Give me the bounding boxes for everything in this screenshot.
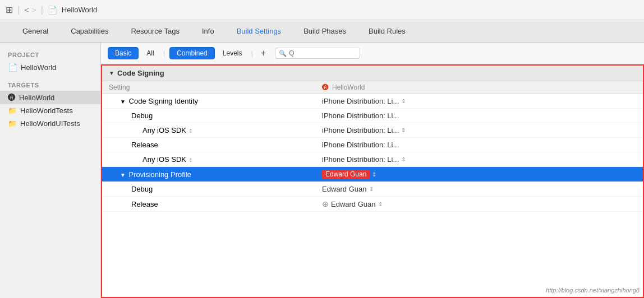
sidebar-item-project[interactable]: 📄 HelloWorld — [0, 60, 100, 74]
row-value: ⊕ Edward Guan ⇕ — [322, 199, 636, 208]
sidebar-item-helloworlduitests[interactable]: 📁 HelloWorldUITests — [0, 117, 100, 130]
section-triangle-icon: ▼ — [109, 70, 114, 76]
search-input[interactable] — [289, 49, 356, 57]
row-value: iPhone Distribution: Li... ⇕ — [322, 155, 636, 164]
row-value: Edward Guan ⇕ — [322, 170, 636, 179]
tab-build-rules[interactable]: Build Rules — [357, 20, 417, 43]
row-triangle-icon: ▼ — [120, 99, 126, 105]
sidebar-item-helloworldtests[interactable]: 📁 HelloWorldTests — [0, 104, 100, 117]
row-name: Debug — [109, 111, 322, 120]
basic-button[interactable]: Basic — [108, 47, 139, 59]
table-row[interactable]: Release iPhone Distribution: Li... — [102, 138, 643, 152]
table-row[interactable]: Any iOS SDK ⇕ iPhone Distribution: Li...… — [102, 123, 643, 138]
stepper-icon[interactable]: ⇕ — [401, 127, 406, 133]
tab-build-phases[interactable]: Build Phases — [292, 20, 357, 43]
stepper-icon[interactable]: ⇕ — [401, 98, 406, 104]
settings-toolbar: Basic All | Combined Levels | + 🔍 — [101, 43, 644, 64]
table-row[interactable]: Any iOS SDK ⇕ iPhone Distribution: Li...… — [102, 152, 643, 167]
stepper-icon[interactable]: ⇕ — [369, 186, 374, 192]
add-setting-button[interactable]: + — [257, 48, 269, 58]
tab-build-settings[interactable]: Build Settings — [226, 20, 293, 43]
section-header-code-signing[interactable]: ▼ Code Signing — [102, 66, 643, 81]
table-row[interactable]: Debug Edward Guan ⇕ — [102, 182, 643, 197]
column-headers: Setting 🅐 HelloWorld — [102, 81, 643, 94]
stepper-icon[interactable]: ⇕ — [372, 171, 376, 178]
row-name: ▼ Code Signing Identity — [109, 97, 322, 105]
target-col-icon: 🅐 — [322, 83, 329, 91]
target-helloworld-label: HelloWorld — [19, 94, 54, 102]
circle-add-icon[interactable]: ⊕ — [322, 199, 329, 208]
row-value: iPhone Distribution: Li... ⇕ — [322, 126, 636, 134]
content-area: Basic All | Combined Levels | + 🔍 ▼ Code… — [101, 43, 644, 298]
col-header-value: 🅐 HelloWorld — [322, 83, 636, 91]
grid-icon: ⊞ — [6, 4, 13, 15]
row-value: iPhone Distribution: Li... — [322, 141, 636, 149]
stepper-icon[interactable]: ⇕ — [401, 156, 406, 162]
col-header-setting: Setting — [109, 83, 322, 91]
table-row[interactable]: ▼ Provisioning Profile Edward Guan ⇕ — [102, 167, 643, 182]
table-row[interactable]: Debug iPhone Distribution: Li... — [102, 109, 643, 123]
title-bar-title: HelloWorld — [62, 6, 97, 14]
target-app-icon: 🅐 — [8, 93, 16, 102]
tab-capabilities[interactable]: Capabilities — [59, 20, 119, 43]
title-bar: ⊞ | < > | 📄 HelloWorld — [0, 0, 644, 20]
row-value: iPhone Distribution: Li... — [322, 111, 636, 120]
settings-table: ▼ Code Signing Setting 🅐 HelloWorld ▼ Co… — [101, 64, 644, 298]
nav-buttons[interactable]: < > — [24, 5, 36, 15]
sdk-stepper-icon: ⇕ — [188, 157, 193, 163]
sidebar-item-helloworld[interactable]: 🅐 HelloWorld — [0, 91, 100, 104]
table-row[interactable]: ▼ Code Signing Identity iPhone Distribut… — [102, 94, 643, 109]
target-tests-icon: 📁 — [8, 106, 17, 115]
tab-bar: General Capabilities Resource Tags Info … — [0, 20, 644, 43]
target-uitests-icon: 📁 — [8, 119, 17, 128]
tab-resource-tags[interactable]: Resource Tags — [119, 20, 190, 43]
target-tests-label: HelloWorldTests — [20, 106, 73, 115]
search-icon: 🔍 — [279, 50, 287, 57]
row-value: Edward Guan ⇕ — [322, 185, 636, 193]
main-layout: PROJECT 📄 HelloWorld TARGETS 🅐 HelloWorl… — [0, 43, 644, 298]
targets-section-label: TARGETS — [0, 78, 100, 91]
row-name: Release — [109, 141, 322, 149]
sdk-stepper-icon: ⇕ — [188, 128, 193, 134]
row-name: Release — [109, 200, 322, 208]
stepper-icon[interactable]: ⇕ — [378, 201, 383, 207]
search-box[interactable]: 🔍 — [275, 48, 360, 59]
section-header-label: Code Signing — [117, 69, 164, 77]
tab-general[interactable]: General — [11, 20, 59, 43]
combined-button[interactable]: Combined — [169, 47, 215, 59]
project-section-label: PROJECT — [0, 48, 100, 60]
row-name: Any iOS SDK ⇕ — [109, 155, 322, 164]
all-button[interactable]: All — [142, 48, 158, 59]
row-name: Debug — [109, 185, 322, 193]
forward-button[interactable]: > — [31, 5, 36, 15]
project-doc-icon: 📄 — [8, 63, 17, 72]
levels-button[interactable]: Levels — [218, 48, 247, 59]
row-value: iPhone Distribution: Li... ⇕ — [322, 97, 636, 105]
redacted-value: Edward Guan — [322, 170, 370, 179]
doc-icon: 📄 — [48, 6, 57, 15]
sidebar: PROJECT 📄 HelloWorld TARGETS 🅐 HelloWorl… — [0, 43, 101, 298]
tab-info[interactable]: Info — [191, 20, 226, 43]
row-name: ▼ Provisioning Profile — [109, 170, 322, 179]
table-row[interactable]: Release ⊕ Edward Guan ⇕ — [102, 197, 643, 212]
target-uitests-label: HelloWorldUITests — [20, 119, 80, 128]
row-name: Any iOS SDK ⇕ — [109, 126, 322, 134]
watermark: http://blog.csdn.net/xiangzhihong8 — [546, 287, 640, 294]
row-triangle-icon: ▼ — [120, 172, 126, 178]
project-name: HelloWorld — [21, 63, 56, 72]
back-button[interactable]: < — [24, 5, 29, 15]
